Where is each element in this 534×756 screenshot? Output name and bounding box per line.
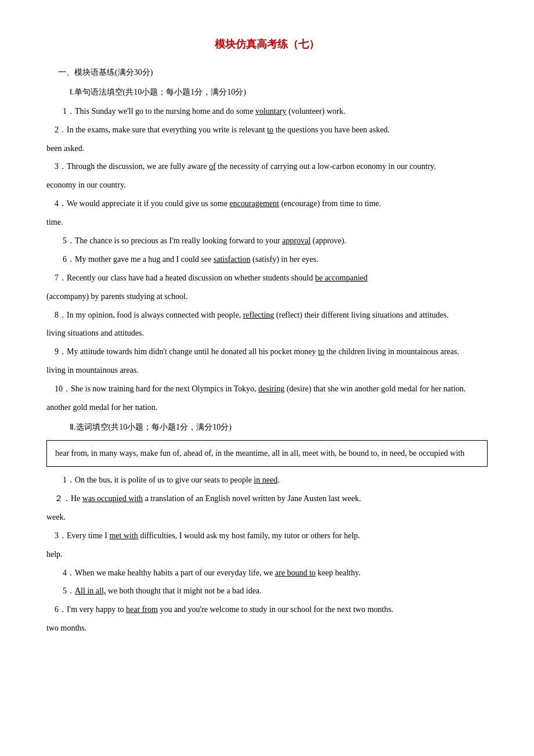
item-5-before: The chance is so precious as I'm really … (75, 236, 282, 245)
item-9: 9．My attitude towards him didn't change … (46, 344, 488, 359)
p2-item-2-answer: was occupied with (82, 494, 143, 503)
p2-item-6-answer: hear from (126, 605, 158, 614)
p2-item-2-before: He (71, 494, 82, 503)
p2-item-1-after: . (277, 476, 280, 484)
item-9-answer: to (318, 347, 324, 356)
item-3-before: Through the discussion, we are fully awa… (67, 162, 209, 171)
word-box: hear from, in many ways, make fun of, ah… (46, 440, 488, 467)
item-4-cont: time. (46, 215, 488, 230)
item-3: 3．Through the discussion, we are fully a… (46, 159, 488, 174)
item-9-cont: living in mountainous areas. (46, 363, 488, 378)
item-4-answer: encouragement (229, 199, 279, 208)
page-title: 模块仿真高考练（七） (46, 35, 488, 53)
item-7-before: Recently our class have had a heated dis… (67, 273, 315, 282)
p2-item-3-cont: help. (46, 547, 488, 562)
p2-item-3: 3．Every time I met with difficulties, I … (46, 528, 488, 543)
item-9-before: My attitude towards him didn't change un… (67, 347, 318, 356)
p2-item-6-after: you and you're welcome to study in our s… (158, 605, 394, 614)
item-8-before: In my opinion, food is always connected … (67, 311, 243, 319)
p2-item-4: 4．When we make healthy habits a part of … (46, 566, 488, 581)
item-4: 4．We would appreciate it if you could gi… (46, 196, 488, 211)
item-9-after: the children living in mountainous areas… (324, 347, 459, 356)
p2-item-5-answer: All in all, (75, 586, 106, 595)
p2-item-1-before: On the bus, it is polite of us to give o… (75, 476, 254, 484)
p2-item-5: 5．All in all, we both thought that it mi… (46, 584, 488, 599)
item-5-answer: approval (282, 236, 311, 245)
p2-item-2: ２．He was occupied with a translation of … (46, 491, 488, 506)
item-4-before: We would appreciate it if you could give… (67, 199, 229, 208)
p2-item-6: 6．I'm very happy to hear from you and yo… (46, 602, 488, 617)
item-1: 1．This Sunday we'll go to the nursing ho… (46, 104, 488, 119)
p2-item-6-before: I'm very happy to (67, 605, 126, 614)
part1-label: Ⅰ.单句语法填空(共10小题；每小题1分，满分10分) (70, 85, 488, 99)
item-2-cont: been asked. (46, 141, 488, 156)
item-8: 8．In my opinion, food is always connecte… (46, 308, 488, 323)
item-3-answer: of (209, 162, 216, 171)
item-5: 5．The chance is so precious as I'm reall… (46, 233, 488, 249)
item-1-number: 1． (63, 107, 75, 116)
item-10-answer: desiring (258, 384, 284, 393)
item-2: 2．In the exams, make sure that everythin… (46, 123, 488, 138)
p2-item-3-answer: met with (109, 531, 138, 540)
item-7-answer: be accompanied (315, 273, 368, 282)
p2-item-2-cont: week. (46, 510, 488, 525)
item-4-after: (encourage) from time to time. (279, 199, 381, 208)
item-6-after: (satisfy) in her eyes. (250, 255, 318, 264)
item-7: 7．Recently our class have had a heated d… (46, 271, 488, 286)
item-2-answer: to (267, 125, 273, 134)
p2-item-6-cont: two months. (46, 621, 488, 636)
item-10-cont: another gold medal for her nation. (46, 400, 488, 415)
p2-item-4-answer: are bound to (275, 568, 316, 577)
p2-item-3-after: difficulties, I would ask my host family… (138, 531, 360, 540)
section1-label: 一、模块语基练(满分30分) (58, 65, 488, 80)
item-6: 6．My mother gave me a hug and I could se… (46, 252, 488, 267)
p2-item-3-before: Every time I (67, 531, 109, 540)
item-5-after: (approve). (311, 236, 346, 245)
item-8-cont: living situations and attitudes. (46, 326, 488, 341)
item-10-before: She is now training hard for the next Ol… (71, 384, 258, 393)
item-6-before: My mother gave me a hug and I could see (75, 255, 214, 264)
item-10-after: (desire) that she win another gold medal… (284, 384, 466, 393)
item-8-after: (reflect) their different living situati… (274, 311, 449, 319)
p2-item-1-answer: in need (254, 476, 277, 484)
item-3-after: the necessity of carrying out a low-carb… (216, 162, 436, 171)
item-10: 10．She is now training hard for the next… (46, 381, 488, 397)
p2-item-2-after: a translation of an English novel writte… (143, 494, 361, 503)
p2-item-4-before: When we make healthy habits a part of ou… (75, 568, 275, 577)
item-1-answer: voluntary (255, 107, 287, 116)
p2-item-4-after: keep healthy. (316, 568, 360, 577)
item-2-before: In the exams, make sure that everything … (67, 125, 267, 134)
p2-item-1: 1．On the bus, it is polite of us to give… (46, 473, 488, 488)
item-6-answer: satisfaction (214, 255, 251, 264)
item-1-after: (volunteer) work. (287, 107, 345, 116)
item-2-after: the questions you have been asked. (273, 125, 389, 134)
item-8-answer: reflecting (243, 311, 275, 319)
item-1-before: This Sunday we'll go to the nursing home… (75, 107, 255, 116)
item-7-cont: (accompany) by parents studying at schoo… (46, 289, 488, 304)
part2-label: Ⅱ.选词填空(共10小题；每小题1分，满分10分) (70, 420, 488, 434)
p2-item-5-after: we both thought that it might not be a b… (106, 586, 261, 595)
item-3-cont: economy in our country. (46, 178, 488, 193)
